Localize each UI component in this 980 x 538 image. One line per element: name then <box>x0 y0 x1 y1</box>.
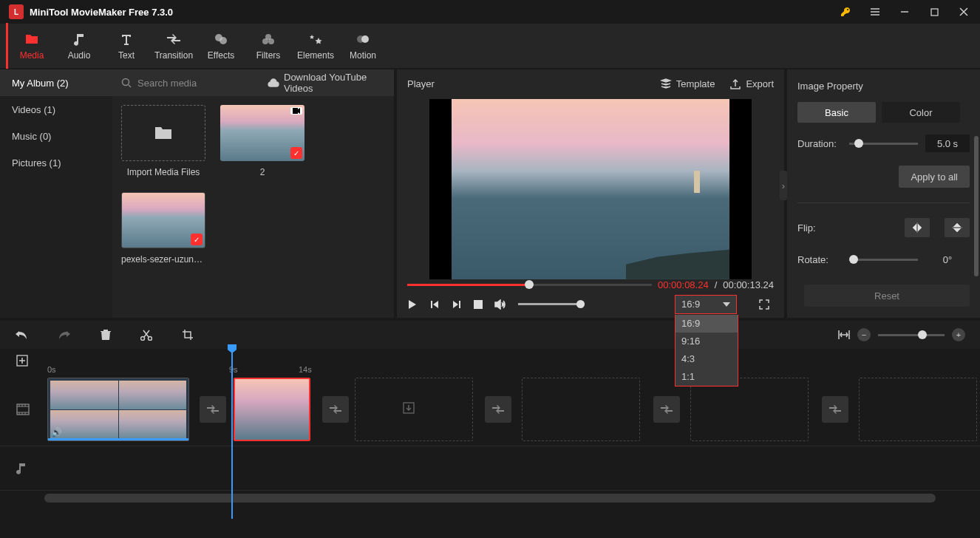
app-icon: L <box>9 4 24 19</box>
props-tab-color[interactable]: Color <box>882 102 960 123</box>
zoom-in-button[interactable]: + <box>952 328 965 341</box>
aspect-option-4-3[interactable]: 4:3 <box>676 350 738 368</box>
zoom-slider[interactable] <box>878 334 945 336</box>
export-icon <box>729 78 741 90</box>
tab-motion[interactable]: Motion <box>339 24 387 68</box>
transition-slot[interactable] <box>822 396 848 423</box>
tab-label: Transition <box>154 50 193 61</box>
timeline-clip-selected[interactable] <box>234 378 310 441</box>
properties-panel: Image Property Basic Color Duration: 5.0… <box>787 69 980 318</box>
effects-icon <box>214 31 228 47</box>
close-button[interactable] <box>950 1 977 22</box>
split-button[interactable] <box>140 329 152 341</box>
menu-icon[interactable] <box>862 1 888 22</box>
speaker-icon: 🔊 <box>51 427 62 437</box>
key-icon[interactable] <box>832 1 859 22</box>
progress-slider[interactable] <box>407 284 652 286</box>
tab-media[interactable]: Media <box>8 24 55 68</box>
media-item[interactable]: ✓ pexels-sezer-uzuno... <box>121 192 205 265</box>
sidebar-item-music[interactable]: Music (0) <box>0 123 112 149</box>
sidebar-item-videos[interactable]: Videos (1) <box>0 96 112 123</box>
fit-button[interactable] <box>838 330 850 340</box>
tab-filters[interactable]: Filters <box>245 24 292 68</box>
zoom-out-button[interactable]: − <box>857 328 871 341</box>
volume-button[interactable] <box>494 299 506 310</box>
svg-rect-10 <box>474 300 483 309</box>
export-button[interactable]: Export <box>729 78 774 90</box>
flip-vertical-button[interactable] <box>945 218 970 237</box>
rotate-value[interactable]: 0° <box>925 251 970 268</box>
download-label: Download YouTube Videos <box>284 72 385 94</box>
horizontal-scrollbar[interactable] <box>44 494 936 503</box>
clip-placeholder[interactable] <box>859 378 977 441</box>
next-frame-button[interactable] <box>452 299 462 310</box>
aspect-selected: 16:9 <box>681 299 700 310</box>
template-button[interactable]: Template <box>660 78 715 90</box>
fullscreen-button[interactable] <box>755 295 774 314</box>
video-badge-icon <box>290 107 302 115</box>
rotate-slider[interactable] <box>849 259 918 261</box>
aspect-ratio-select[interactable]: 16:9 16:9 9:16 4:3 1:1 <box>675 295 737 314</box>
motion-icon <box>356 31 370 47</box>
sidebar-item-pictures[interactable]: Pictures (1) <box>0 149 112 176</box>
stop-button[interactable] <box>474 300 483 309</box>
time-separator: / <box>715 279 718 290</box>
aspect-option-1-1[interactable]: 1:1 <box>676 368 738 386</box>
expand-handle[interactable]: › <box>780 171 787 200</box>
template-label: Template <box>676 78 715 89</box>
tab-label: Effects <box>208 50 234 61</box>
chevron-down-icon <box>723 302 730 307</box>
aspect-option-16-9[interactable]: 16:9 <box>676 315 738 333</box>
play-button[interactable] <box>407 299 418 310</box>
export-label: Export <box>746 78 774 89</box>
transition-icon <box>167 31 180 47</box>
svg-rect-0 <box>931 9 938 16</box>
scrollbar[interactable] <box>974 136 979 276</box>
volume-slider[interactable] <box>518 303 585 305</box>
media-item[interactable]: ✓ 2 <box>220 105 304 177</box>
tab-transition[interactable]: Transition <box>150 24 197 68</box>
prev-frame-button[interactable] <box>429 299 440 310</box>
delete-button[interactable] <box>101 329 111 341</box>
transition-slot[interactable] <box>322 396 349 423</box>
tab-label: Audio <box>68 50 91 61</box>
minimize-button[interactable] <box>891 1 918 22</box>
transition-slot[interactable] <box>653 396 680 423</box>
tab-elements[interactable]: Elements <box>292 24 339 68</box>
flip-horizontal-button[interactable] <box>905 218 930 237</box>
tab-effects[interactable]: Effects <box>197 24 245 68</box>
add-track-button[interactable] <box>16 355 41 367</box>
divider <box>797 202 970 203</box>
tab-text[interactable]: Text <box>103 24 150 68</box>
clip-placeholder[interactable] <box>355 378 473 441</box>
timeline-clip[interactable]: 🔊 <box>47 378 189 441</box>
redo-button[interactable] <box>58 330 71 340</box>
tab-label: Motion <box>350 50 376 61</box>
props-tab-basic[interactable]: Basic <box>797 102 876 123</box>
search-input[interactable] <box>137 78 262 89</box>
music-note-icon <box>73 31 85 47</box>
playhead[interactable] <box>231 349 233 519</box>
duration-value[interactable]: 5.0 s <box>925 134 970 152</box>
transition-slot[interactable] <box>485 396 511 423</box>
clip-placeholder[interactable] <box>690 378 809 441</box>
duration-slider[interactable] <box>849 143 918 145</box>
tab-audio[interactable]: Audio <box>55 24 103 68</box>
sidebar-item-myalbum[interactable]: My Album (2) <box>0 69 112 96</box>
crop-button[interactable] <box>182 329 194 341</box>
import-media-button[interactable]: Import Media Files <box>121 105 205 177</box>
folder-icon <box>24 31 39 47</box>
undo-button[interactable] <box>15 330 28 340</box>
maximize-button[interactable] <box>921 1 947 22</box>
aspect-option-9-16[interactable]: 9:16 <box>676 333 738 350</box>
download-youtube-link[interactable]: Download YouTube Videos <box>268 72 385 94</box>
svg-point-7 <box>357 35 364 43</box>
transition-slot[interactable] <box>200 396 226 423</box>
apply-to-all-button[interactable]: Apply to all <box>899 166 970 188</box>
tab-label: Text <box>118 50 135 61</box>
svg-point-8 <box>123 79 129 86</box>
clip-placeholder[interactable] <box>522 378 640 441</box>
time-total: 00:00:13.24 <box>723 279 774 290</box>
time-current: 00:00:08.24 <box>658 279 709 290</box>
reset-button[interactable]: Reset <box>804 285 970 307</box>
